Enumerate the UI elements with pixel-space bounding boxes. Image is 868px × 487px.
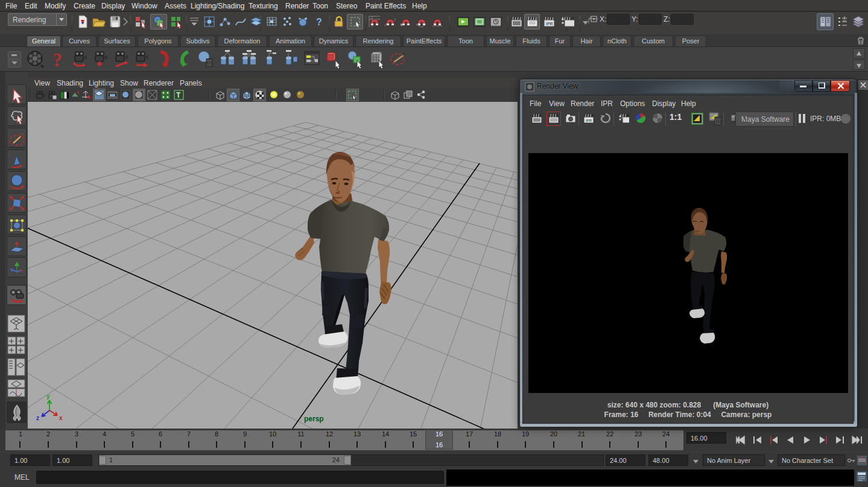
svg-text:z: z xyxy=(36,415,39,421)
svg-text:?: ? xyxy=(52,49,62,69)
svg-text:x: x xyxy=(59,415,63,421)
svg-text:T: T xyxy=(176,91,181,99)
svg-text:IPR: IPR xyxy=(586,119,592,122)
svg-text:?: ? xyxy=(316,17,322,27)
svg-text:"": "" xyxy=(732,116,734,119)
svg-text:IPR: IPR xyxy=(546,22,553,26)
svg-text:y: y xyxy=(46,393,50,400)
